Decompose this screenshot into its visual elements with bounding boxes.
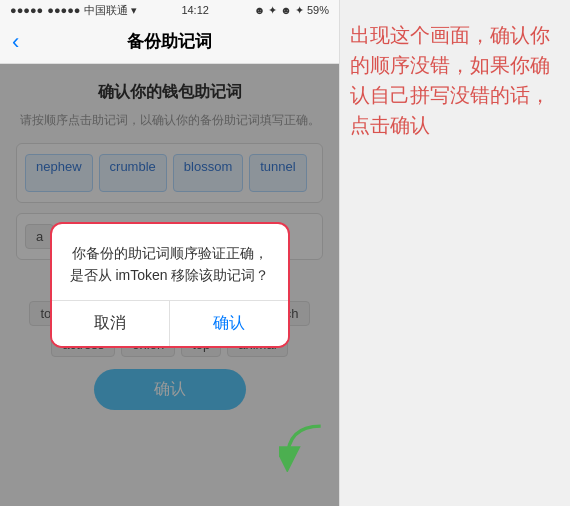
wifi-icon: ☻ [254, 4, 266, 16]
status-carrier: ●●●●● ●●●●● 中国联通 ▾ [10, 3, 137, 18]
page-content: 确认你的钱包助记词 请按顺序点击助记词，以确认你的备份助记词填写正确。 neph… [0, 64, 339, 506]
phone-frame: ●●●●● ●●●●● 中国联通 ▾ 14:12 ☻ ✦ ☻ ✦ 59% ‹ 备… [0, 0, 340, 506]
nav-bar: ‹ 备份助记词 [0, 20, 339, 64]
carrier-name: ●●●●● 中国联通 ▾ [47, 3, 136, 18]
status-icons: ☻ ✦ ☻ ✦ 59% [254, 4, 329, 17]
arrow-icon [279, 422, 329, 472]
annotation-text: 出现这个画面，确认你的顺序没错，如果你确认自己拼写没错的话，点击确认 [350, 20, 560, 140]
dialog-cancel-button[interactable]: 取消 [52, 301, 171, 346]
modal-overlay: 你备份的助记词顺序验证正确，是否从 imToken 移除该助记词？ 取消 确认 [0, 64, 339, 506]
arrow-indicator [279, 422, 329, 476]
dialog-actions: 取消 确认 [52, 300, 288, 346]
status-time: 14:12 [181, 4, 209, 16]
dialog: 你备份的助记词顺序验证正确，是否从 imToken 移除该助记词？ 取消 确认 [50, 222, 290, 349]
signal-dots: ●●●●● [10, 4, 43, 16]
status-bar: ●●●●● ●●●●● 中国联通 ▾ 14:12 ☻ ✦ ☻ ✦ 59% [0, 0, 339, 20]
back-button[interactable]: ‹ [12, 29, 19, 55]
annotation-area: 出现这个画面，确认你的顺序没错，如果你确认自己拼写没错的话，点击确认 [340, 0, 570, 506]
bluetooth-icon: ✦ [268, 4, 277, 17]
dialog-message: 你备份的助记词顺序验证正确，是否从 imToken 移除该助记词？ [68, 242, 272, 287]
nav-title: 备份助记词 [127, 30, 212, 53]
dialog-body: 你备份的助记词顺序验证正确，是否从 imToken 移除该助记词？ [52, 224, 288, 301]
dialog-ok-button[interactable]: 确认 [170, 301, 288, 346]
battery-indicator: ☻ ✦ 59% [280, 4, 329, 17]
